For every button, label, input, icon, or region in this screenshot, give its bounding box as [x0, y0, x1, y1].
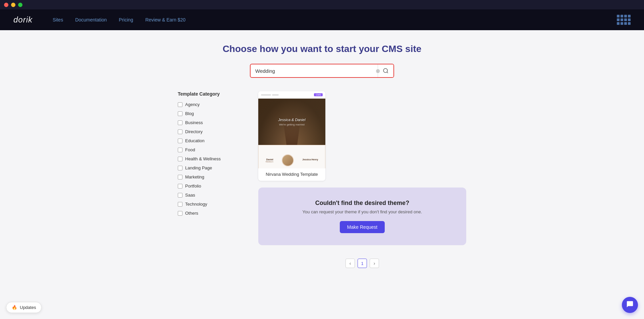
- cms-badge: CMS: [314, 93, 323, 96]
- pagination: ‹ 1 ›: [258, 259, 466, 268]
- category-item-agency[interactable]: Agency: [178, 102, 238, 107]
- checkbox-education[interactable]: [178, 139, 182, 143]
- nav-link-sites[interactable]: Sites: [53, 17, 63, 22]
- checkbox-health[interactable]: [178, 157, 182, 161]
- page-title: Choose how you want to start your CMS si…: [0, 44, 644, 54]
- couple-photo: [282, 154, 294, 166]
- grid-icon[interactable]: [617, 15, 631, 25]
- wedding-hero-text: Jessica & Daniel We're getting married: [278, 118, 305, 126]
- category-item-food[interactable]: Food: [178, 147, 238, 152]
- category-item-technology[interactable]: Technology: [178, 202, 238, 207]
- category-label-portfolio: Portfolio: [185, 183, 201, 189]
- request-banner-subtitle: You can request your theme if you don't …: [266, 209, 458, 214]
- updates-button[interactable]: 🔥 Updates: [6, 302, 42, 313]
- close-button[interactable]: [4, 3, 8, 7]
- chat-button[interactable]: [622, 297, 638, 313]
- search-icon: [383, 68, 389, 74]
- templates-area: CMS Jessica & Daniel We're getting marri…: [258, 91, 466, 268]
- couple-name-left: Daniel Waldson: [266, 158, 273, 163]
- checkbox-directory[interactable]: [178, 129, 182, 134]
- nav-link-pricing[interactable]: Pricing: [119, 17, 133, 22]
- grid-dots: [617, 15, 631, 25]
- checkbox-others[interactable]: [178, 211, 182, 216]
- request-banner: Couldn't find the desired theme? You can…: [258, 188, 466, 245]
- category-label-education: Education: [185, 138, 205, 143]
- category-item-others[interactable]: Others: [178, 211, 238, 216]
- category-item-health[interactable]: Health & Wellness: [178, 156, 238, 161]
- category-label-health: Health & Wellness: [185, 156, 221, 161]
- svg-line-1: [387, 72, 388, 73]
- nav-link-review[interactable]: Review & Earn $20: [145, 17, 185, 22]
- clear-icon[interactable]: ⊗: [376, 68, 380, 74]
- request-banner-title: Couldn't find the desired theme?: [266, 200, 458, 207]
- category-item-saas[interactable]: Saas: [178, 193, 238, 198]
- search-wrapper: ⊗: [250, 64, 394, 78]
- pagination-prev[interactable]: ‹: [345, 259, 355, 268]
- wedding-couple-section: Daniel Waldson Jessica Henry: [258, 145, 325, 168]
- checkbox-marketing[interactable]: [178, 175, 182, 179]
- minimize-button[interactable]: [11, 3, 15, 7]
- sidebar-title: Template Category: [178, 91, 238, 97]
- chat-icon: [626, 301, 634, 310]
- template-nav: CMS: [258, 91, 325, 99]
- checkbox-technology[interactable]: [178, 202, 182, 207]
- category-label-landing: Landing Page: [185, 165, 212, 170]
- category-label-marketing: Marketing: [185, 174, 204, 179]
- category-item-education[interactable]: Education: [178, 138, 238, 143]
- couple-name-right: Jessica Henry: [302, 158, 318, 163]
- category-label-business: Business: [185, 120, 203, 125]
- template-preview: CMS Jessica & Daniel We're getting marri…: [258, 91, 325, 168]
- updates-emoji: 🔥: [12, 305, 17, 310]
- checkbox-landing[interactable]: [178, 166, 182, 170]
- checkbox-blog[interactable]: [178, 111, 182, 116]
- svg-point-0: [383, 68, 387, 72]
- category-item-landing[interactable]: Landing Page: [178, 165, 238, 170]
- logo[interactable]: dorik: [13, 15, 33, 24]
- category-item-business[interactable]: Business: [178, 120, 238, 125]
- search-input[interactable]: [251, 65, 378, 77]
- nav-link-documentation[interactable]: Documentation: [75, 17, 107, 22]
- category-label-food: Food: [185, 147, 195, 152]
- category-list: Agency Blog Business Directory Education: [178, 102, 238, 216]
- nav-links: Sites Documentation Pricing Review & Ear…: [53, 17, 185, 22]
- category-label-directory: Directory: [185, 129, 203, 134]
- template-name: Nirvana Wedding Template: [258, 168, 325, 181]
- category-label-technology: Technology: [185, 202, 207, 207]
- navbar: dorik Sites Documentation Pricing Review…: [0, 9, 644, 30]
- checkbox-business[interactable]: [178, 120, 182, 125]
- window-chrome: [0, 0, 644, 9]
- template-card-nirvana[interactable]: CMS Jessica & Daniel We're getting marri…: [258, 91, 325, 181]
- content-layout: Template Category Agency Blog Business D…: [171, 91, 473, 268]
- checkbox-portfolio[interactable]: [178, 184, 182, 189]
- search-button[interactable]: [378, 64, 393, 77]
- category-label-blog: Blog: [185, 111, 194, 116]
- category-item-directory[interactable]: Directory: [178, 129, 238, 134]
- checkbox-saas[interactable]: [178, 193, 182, 198]
- category-label-saas: Saas: [185, 193, 195, 198]
- pagination-next[interactable]: ›: [370, 259, 379, 268]
- checkbox-agency[interactable]: [178, 102, 182, 107]
- category-item-blog[interactable]: Blog: [178, 111, 238, 116]
- category-item-marketing[interactable]: Marketing: [178, 174, 238, 179]
- category-item-portfolio[interactable]: Portfolio: [178, 183, 238, 189]
- sidebar: Template Category Agency Blog Business D…: [178, 91, 238, 268]
- make-request-button[interactable]: Make Request: [340, 221, 385, 233]
- wedding-hero: Jessica & Daniel We're getting married: [258, 99, 325, 145]
- category-label-agency: Agency: [185, 102, 200, 107]
- maximize-button[interactable]: [18, 3, 22, 7]
- search-container: ⊗: [0, 64, 644, 78]
- category-label-others: Others: [185, 211, 198, 216]
- pagination-page-1[interactable]: 1: [358, 259, 367, 268]
- main-content: Choose how you want to start your CMS si…: [0, 30, 644, 319]
- updates-label: Updates: [20, 305, 36, 310]
- checkbox-food[interactable]: [178, 148, 182, 152]
